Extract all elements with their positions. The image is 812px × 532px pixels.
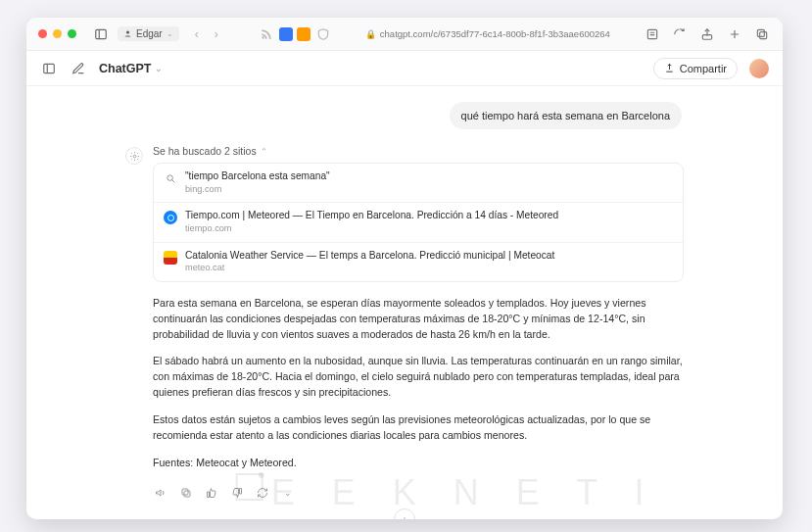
thumbs-up-button[interactable] (204, 485, 219, 501)
new-chat-icon[interactable] (70, 60, 87, 77)
search-status-header[interactable]: Se ha buscado 2 sitios ⌃ (153, 145, 684, 157)
source-domain: bing.com (185, 184, 330, 196)
lock-icon: 🔒 (365, 29, 376, 39)
reply-paragraph: Para esta semana en Barcelona, se espera… (153, 296, 684, 343)
model-selector[interactable]: ChatGPT ⌄ (99, 62, 163, 75)
source-item[interactable]: Tiempo.com | Meteored — El Tiempo en Bar… (154, 203, 683, 242)
reload-icon[interactable] (671, 25, 689, 43)
source-domain: tiempo.com (185, 223, 558, 235)
assistant-avatar-icon (125, 147, 143, 165)
close-window-button[interactable] (38, 29, 47, 38)
read-aloud-button[interactable] (153, 485, 168, 501)
reader-icon[interactable] (644, 25, 661, 43)
source-domain: meteo.cat (185, 263, 554, 274)
browser-window: Edgar ⌄ ‹ › 🔒 chatgpt.com/c/6735df77-6c1… (26, 18, 783, 519)
browser-titlebar: Edgar ⌄ ‹ › 🔒 chatgpt.com/c/6735df77-6c1… (26, 18, 783, 51)
extension-blue-icon[interactable] (279, 27, 293, 41)
share-label: Compartir (680, 63, 727, 74)
shield-icon[interactable] (314, 25, 332, 43)
window-traffic-lights (38, 29, 76, 38)
assistant-reply-text: Para esta semana en Barcelona, se espera… (153, 296, 684, 471)
profile-name: Edgar (136, 28, 163, 39)
svg-rect-18 (182, 489, 188, 495)
sidebar-toggle-icon[interactable] (92, 25, 110, 43)
user-message-bubble: qué tiempo hará esta semana en Barcelona (450, 102, 682, 129)
chevron-down-icon: ⌄ (155, 64, 163, 73)
reply-paragraph: Fuentes: Meteocat y Meteored. (153, 456, 684, 471)
regenerate-button[interactable] (255, 485, 270, 501)
share-conversation-button[interactable]: Compartir (653, 58, 738, 79)
nav-forward-button[interactable]: › (209, 27, 224, 41)
user-message-row: qué tiempo hará esta semana en Barcelona (116, 96, 693, 145)
scroll-to-bottom-button[interactable]: ↓ (394, 508, 415, 519)
chat-thread: qué tiempo hará esta semana en Barcelona… (116, 86, 693, 519)
more-options-icon[interactable]: ⌄ (280, 485, 296, 501)
collapse-sidebar-icon[interactable] (40, 60, 58, 77)
app-title-text: ChatGPT (99, 62, 151, 75)
extension-icons (258, 25, 332, 43)
search-icon (164, 171, 177, 185)
search-sources-card: "tiempo Barcelona esta semana" bing.com … (153, 163, 684, 282)
profile-pill[interactable]: Edgar ⌄ (118, 26, 179, 41)
app-header: ChatGPT ⌄ Compartir (26, 51, 783, 86)
svg-point-15 (167, 174, 172, 180)
copy-button[interactable] (178, 485, 194, 501)
user-avatar[interactable] (749, 59, 769, 78)
source-title: Tiempo.com | Meteored — El Tiempo en Bar… (185, 210, 558, 222)
source-title: Catalonia Weather Service — El temps a B… (185, 250, 554, 263)
svg-rect-10 (760, 31, 767, 38)
chevron-up-icon: ⌃ (261, 147, 267, 156)
rss-icon[interactable] (258, 25, 275, 43)
maximize-window-button[interactable] (68, 29, 76, 38)
chat-content-area: qué tiempo hará esta semana en Barcelona… (26, 86, 783, 519)
reply-paragraph: El sábado habrá un aumento en la nubosid… (153, 354, 684, 401)
url-bar[interactable]: 🔒 chatgpt.com/c/6735df77-6c14-800b-8f1f-… (340, 28, 636, 39)
user-message-text: qué tiempo hará esta semana en Barcelona (461, 110, 670, 121)
new-tab-icon[interactable] (726, 25, 743, 43)
reply-paragraph: Estos datos están sujetos a cambios leve… (153, 412, 684, 444)
source-title: "tiempo Barcelona esta semana" (185, 170, 330, 183)
share-icon[interactable] (698, 25, 716, 43)
search-status-text: Se ha buscado 2 sitios (153, 145, 257, 157)
source-item[interactable]: "tiempo Barcelona esta semana" bing.com (154, 164, 683, 203)
message-actions: ⌄ (153, 483, 684, 508)
assistant-message: Se ha buscado 2 sitios ⌃ "tiempo Barcelo… (116, 145, 693, 508)
minimize-window-button[interactable] (53, 29, 62, 38)
svg-point-2 (126, 31, 129, 34)
svg-rect-9 (757, 29, 764, 36)
site-favicon-icon (164, 251, 177, 265)
svg-point-14 (133, 155, 136, 158)
svg-rect-17 (184, 491, 190, 497)
site-favicon-icon (164, 211, 177, 224)
svg-rect-11 (44, 64, 55, 73)
thumbs-down-button[interactable] (229, 485, 245, 501)
svg-line-16 (171, 179, 174, 182)
tabs-overview-icon[interactable] (753, 25, 771, 43)
extension-orange-icon[interactable] (297, 27, 310, 41)
source-item[interactable]: Catalonia Weather Service — El temps a B… (154, 243, 683, 281)
svg-rect-0 (96, 29, 107, 38)
url-text: chatgpt.com/c/6735df77-6c14-800b-8f1f-3b… (380, 28, 610, 39)
nav-back-button[interactable]: ‹ (189, 27, 205, 41)
